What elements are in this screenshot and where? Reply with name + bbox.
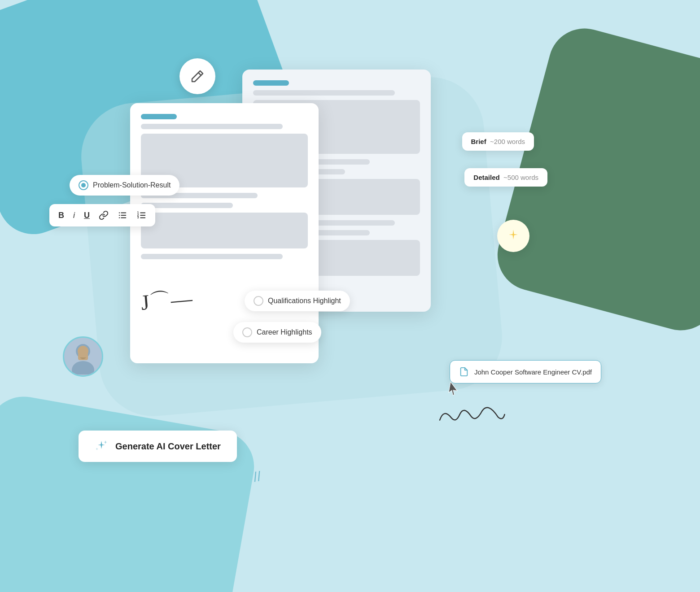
cv-file-chip[interactable]: John Cooper Software Engineer CV.pdf [450, 360, 601, 383]
pen-icon-circle [179, 58, 215, 94]
cursor-pointer [446, 381, 461, 400]
brief-option[interactable]: Brief ~200 words [462, 132, 534, 151]
svg-point-13 [72, 361, 94, 374]
doc-front-block-2 [141, 213, 308, 248]
underline-button[interactable]: U [84, 211, 90, 220]
psr-pill[interactable]: Problem-Solution-Result [70, 175, 179, 196]
career-label: Career Highlights [257, 328, 312, 336]
user-avatar [63, 336, 103, 377]
psr-radio [79, 180, 88, 190]
qualifications-highlight-pill[interactable]: Qualifications Highlight [245, 291, 350, 311]
qual-label: Qualifications Highlight [268, 297, 341, 305]
formatting-toolbar: B i U 1 2 3 [49, 204, 155, 226]
detailed-label: Detailed [473, 174, 499, 181]
bold-button[interactable]: B [58, 211, 64, 220]
doc-front-line-1 [141, 124, 283, 129]
detailed-option[interactable]: Detailed ~500 words [464, 168, 547, 187]
psr-label: Problem-Solution-Result [93, 181, 171, 189]
doc-front-accent [141, 114, 177, 119]
italic-button[interactable]: i [73, 211, 75, 220]
generate-label: Generate AI Cover Letter [115, 441, 221, 452]
psr-radio-inner [81, 183, 86, 187]
career-radio [242, 327, 252, 337]
doc-line-accent [253, 80, 289, 86]
sparkles-icon [95, 440, 108, 453]
brief-label: Brief [471, 138, 486, 145]
document-icon [459, 367, 469, 377]
doc-line-1 [253, 90, 395, 96]
generate-ai-button[interactable]: Generate AI Cover Letter [79, 431, 237, 462]
signature-right [434, 399, 508, 439]
qual-radio [254, 296, 263, 306]
unordered-list-button[interactable] [118, 210, 127, 220]
career-highlights-pill[interactable]: Career Highlights [233, 322, 321, 343]
ordered-list-button[interactable]: 1 2 3 [136, 210, 146, 220]
doc-front-line-4 [141, 254, 283, 259]
svg-text:3: 3 [137, 216, 139, 219]
link-button[interactable] [99, 210, 109, 220]
detailed-words-val: ~500 words [503, 174, 538, 181]
main-scene: J⌒— Problem-Solution-Result B i U [0, 0, 700, 592]
signature-left: J⌒— [140, 284, 193, 317]
sparkle-circle [497, 220, 529, 252]
slash-decoration: // [252, 469, 262, 485]
brief-words-val: ~200 words [490, 138, 525, 145]
cv-filename: John Cooper Software Engineer CV.pdf [474, 368, 592, 376]
